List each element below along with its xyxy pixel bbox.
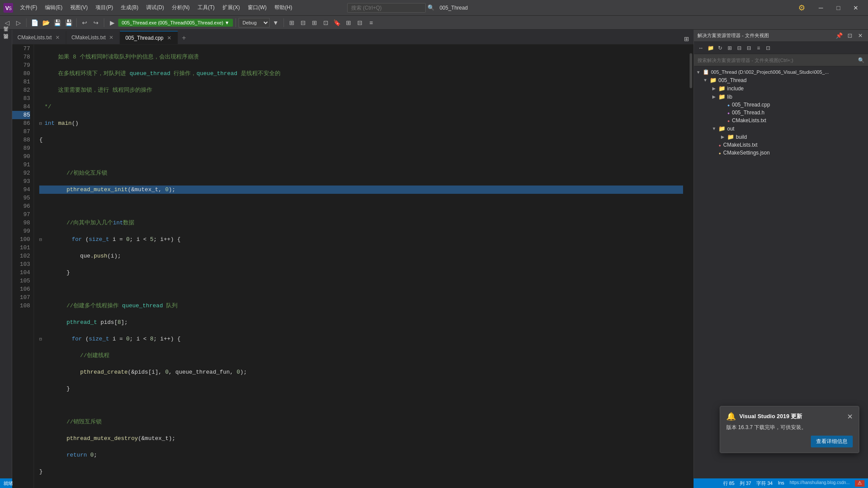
toolbar-btn-3[interactable]: ⊞ [309, 17, 320, 28]
class-view-tab[interactable]: 类视图 [1, 39, 11, 46]
toolbar-btn-1[interactable]: ⊞ [287, 17, 297, 28]
forward-button[interactable]: ▷ [13, 17, 24, 28]
minimize-button[interactable]: ─ [812, 2, 830, 14]
tab-005thread-cpp[interactable]: 005_Thread.cpp ✕ [120, 31, 178, 44]
solution-search-input[interactable] [697, 58, 858, 63]
save-button[interactable]: 💾 [52, 17, 62, 28]
row-indicator[interactable]: 行 85 [723, 480, 735, 487]
notification-close-button[interactable]: ✕ [847, 412, 853, 421]
redo-button[interactable]: ↪ [91, 17, 101, 28]
close-button[interactable]: ✕ [847, 2, 865, 14]
tab-close-3[interactable]: ✕ [166, 35, 172, 41]
se-btn-4[interactable]: ⊞ [725, 44, 734, 52]
se-btn-5[interactable]: ⊟ [735, 44, 744, 52]
json-file-icon: ⬥ [718, 150, 721, 155]
vs-logo: V S [3, 3, 13, 13]
label-005thread-cpp: 005_Thread.cpp [732, 102, 770, 108]
back-button[interactable]: ◁ [2, 17, 12, 28]
svg-text:S: S [9, 6, 12, 11]
menu-file[interactable]: 文件(F) [17, 2, 41, 13]
tree-item-005thread-cpp[interactable]: ⬥ 005_Thread.cpp [694, 101, 868, 109]
settings-icon[interactable]: ⚙ [798, 3, 805, 13]
menu-build[interactable]: 生成(B) [117, 2, 142, 13]
url-indicator: https://hanshuliang.blog.csdn... [789, 480, 850, 487]
tree-item-005thread[interactable]: ▼ 📁 005_Thread [694, 76, 868, 84]
root-label: 005_Thread (D:\002_Project\006_Visual_St… [711, 69, 829, 75]
se-sync-button[interactable]: ↔ [697, 44, 705, 52]
menu-analyze[interactable]: 分析(N) [168, 2, 193, 13]
menu-view[interactable]: 视图(V) [67, 2, 91, 13]
tab-close-2[interactable]: ✕ [108, 34, 114, 41]
toolbox-tab[interactable]: 工具箱 [1, 31, 11, 38]
tree-item-build[interactable]: ▶ 📁 build [694, 133, 868, 141]
open-file-button[interactable]: 📂 [41, 17, 51, 28]
label-lib: lib [727, 94, 732, 100]
toolbar-btn-7[interactable]: ⊟ [355, 17, 365, 28]
menu-debug[interactable]: 调试(D) [143, 2, 167, 13]
menu-tools[interactable]: 工具(T) [194, 2, 218, 13]
tree-item-005thread-h[interactable]: ⬥ 005_Thread.h [694, 109, 868, 117]
config-dropdown[interactable]: Debug Release [239, 18, 270, 27]
se-btn-7[interactable]: ≡ [754, 44, 763, 52]
cmake-file-icon-outer: ⬥ [718, 142, 721, 148]
se-btn-6[interactable]: ⊟ [745, 44, 753, 52]
code-editor[interactable]: 77 78 79 80 81 82 83 84 85 86 87 88 89 9… [12, 45, 694, 488]
menu-extensions[interactable]: 扩展(X) [219, 2, 243, 13]
menu-project[interactable]: 项目(P) [92, 2, 116, 13]
solution-explorer-header: 解决方案资源管理器 - 文件夹视图 📌 ⊡ ✕ [694, 30, 868, 42]
tree-root[interactable]: ▼ 📋 005_Thread (D:\002_Project\006_Visua… [694, 68, 868, 76]
tree-item-include[interactable]: ▶ 📁 include [694, 84, 868, 93]
tree-item-out[interactable]: ▼ 📁 out [694, 124, 868, 133]
code-content[interactable]: 如果 8 个线程同时读取队列中的信息，会出现程序崩溃 在多线程环境下，对队列进 … [34, 45, 688, 488]
run-label: 005_Thread.exe (005_Thread\005_Thread.ex… [122, 20, 229, 25]
error-icon[interactable]: ⚠ [855, 480, 865, 487]
tab-label-2: CMakeLists.txt [72, 34, 106, 41]
se-btn-3[interactable]: ↻ [716, 44, 724, 52]
tab-cmakelists-1[interactable]: CMakeLists.txt ✕ [12, 31, 66, 44]
toolbar-btn-4[interactable]: ⊡ [321, 17, 331, 28]
tab-cmakelists-2[interactable]: CMakeLists.txt ✕ [66, 31, 120, 44]
notification-actions: 查看详细信息 [726, 436, 853, 447]
ready-status[interactable]: 就绪 [3, 480, 13, 487]
scrollbar-thumb[interactable] [690, 53, 692, 88]
se-float-button[interactable]: ⊡ [845, 31, 854, 40]
se-show-files-button[interactable]: 📁 [706, 44, 715, 52]
toolbar: ◁ ▷ 📄 📂 💾 💾 ↩ ↪ ▶ 005_Thread.exe (005_Th… [0, 16, 868, 30]
label-cmakesettings: CMakeSettings.json [723, 150, 770, 156]
ins-indicator[interactable]: Ins [778, 480, 784, 487]
expand-editor-button[interactable]: ⊞ [681, 34, 692, 44]
menu-edit[interactable]: 编辑(E) [41, 2, 66, 13]
toolbar-btn-6[interactable]: ⊞ [343, 17, 354, 28]
tree-item-lib[interactable]: ▶ 📁 lib [694, 93, 868, 101]
tab-bar: CMakeLists.txt ✕ CMakeLists.txt ✕ 005_Th… [12, 30, 694, 45]
toolbar-btn-2[interactable]: ⊟ [298, 17, 308, 28]
folder-icon-out: 📁 [718, 125, 725, 132]
se-close-button[interactable]: ✕ [856, 31, 865, 40]
maximize-button[interactable]: □ [830, 2, 847, 14]
toolbar-btn-5[interactable]: 🔖 [332, 17, 342, 28]
toolbar-separator-4 [236, 18, 236, 27]
tab-close-1[interactable]: ✕ [55, 34, 61, 41]
col-indicator[interactable]: 列 37 [740, 480, 751, 487]
new-file-button[interactable]: 📄 [29, 17, 40, 28]
add-tab-button[interactable]: + [178, 32, 190, 44]
tree-arrow-lib: ▶ [711, 94, 717, 99]
se-pin-button[interactable]: 📌 [835, 31, 844, 40]
char-indicator[interactable]: 字符 34 [756, 480, 772, 487]
save-all-button[interactable]: 💾 [63, 17, 74, 28]
se-btn-8[interactable]: ⊡ [764, 44, 772, 52]
notification-header: 🔔 Visual Studio 2019 更新 ✕ [726, 412, 853, 421]
tree-item-cmakesettings[interactable]: ⬥ CMakeSettings.json [694, 149, 868, 157]
menu-window[interactable]: 窗口(W) [244, 2, 270, 13]
run-button[interactable]: 005_Thread.exe (005_Thread\005_Thread.ex… [118, 19, 233, 27]
undo-button[interactable]: ↩ [79, 17, 90, 28]
toolbar-btn-8[interactable]: ≡ [366, 17, 376, 28]
notification-details-button[interactable]: 查看详细信息 [811, 436, 853, 447]
tree-item-cmake-inner[interactable]: ⬥ CMakeLists.txt [694, 117, 868, 124]
tree-item-cmake-outer[interactable]: ⬥ CMakeLists.txt [694, 141, 868, 149]
search-input[interactable] [347, 3, 426, 13]
tab-label-1: CMakeLists.txt [17, 34, 52, 41]
editor-scrollbar[interactable] [688, 45, 694, 488]
menu-help[interactable]: 帮助(H) [271, 2, 296, 13]
config-arrow-button[interactable]: ▼ [270, 17, 281, 28]
